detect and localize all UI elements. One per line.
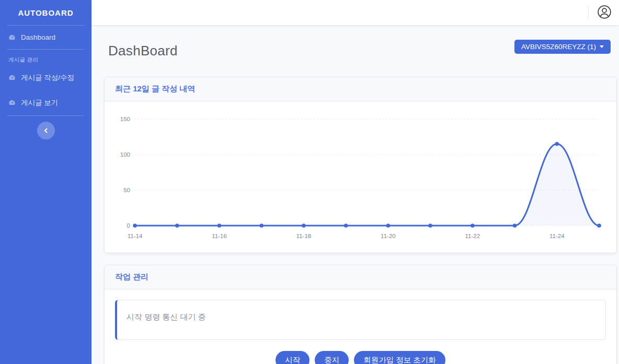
svg-text:150: 150 — [120, 116, 130, 122]
job-buttons-row: 시작 중지 회원가입 정보 초기화 — [115, 351, 606, 364]
start-button[interactable]: 시작 — [276, 351, 310, 364]
caret-down-icon — [600, 45, 604, 48]
sidebar-section-heading: 게시글 관리 — [0, 50, 91, 65]
sidebar-item-post-view[interactable]: 게시글 보기 — [0, 90, 91, 115]
chevron-left-icon — [43, 127, 49, 135]
topbar-divider — [588, 6, 589, 19]
sidebar-item-label: 게시글 보기 — [21, 98, 58, 108]
recent-posts-card-body: 05010015011-1411-1611-1811-2011-2211-24 — [105, 101, 616, 253]
svg-text:11-18: 11-18 — [296, 233, 312, 239]
sidebar-item-label: Dashboard — [21, 33, 55, 41]
account-dropdown-button[interactable]: AVBIVS5Z60REYZZ (1) — [514, 40, 611, 54]
brand-logo[interactable]: AUTOBOARD — [0, 0, 91, 25]
account-dropdown-label: AVBIVS5Z60REYZZ (1) — [521, 43, 596, 51]
sidebar-item-label: 게시글 작성/수정 — [21, 73, 74, 83]
svg-text:11-20: 11-20 — [381, 233, 396, 239]
svg-text:0: 0 — [127, 222, 130, 229]
page-content: DashBoard AVBIVS5Z60REYZZ (1) 최근 12일 글 작… — [91, 25, 619, 364]
svg-text:11-22: 11-22 — [465, 233, 480, 239]
svg-text:100: 100 — [120, 151, 130, 158]
tachometer-icon — [8, 74, 16, 81]
svg-text:11-14: 11-14 — [128, 233, 143, 239]
svg-text:50: 50 — [123, 187, 130, 193]
job-management-card-body: 시작 명령 통신 대기 중 시작 중지 회원가입 정보 초기화 — [105, 289, 616, 364]
tachometer-icon — [8, 34, 16, 41]
page-header-row: DashBoard AVBIVS5Z60REYZZ (1) — [108, 40, 611, 59]
app-window: AUTOBOARD Dashboard 게시글 관리 게시글 작성/수정 — [0, 0, 619, 364]
sidebar-collapse-row — [0, 116, 91, 145]
page-title: DashBoard — [108, 43, 178, 59]
svg-text:11-16: 11-16 — [212, 233, 227, 239]
tachometer-icon — [8, 99, 16, 107]
job-status-box: 시작 명령 통신 대기 중 — [115, 300, 606, 340]
stop-button[interactable]: 중지 — [315, 351, 349, 364]
topbar — [91, 0, 619, 25]
sidebar-item-post-edit[interactable]: 게시글 작성/수정 — [0, 65, 91, 90]
sidebar-collapse-button[interactable] — [37, 122, 55, 139]
recent-posts-card: 최근 12일 글 작성 내역 05010015011-1411-1611-181… — [104, 77, 617, 253]
job-status-text: 시작 명령 통신 대기 중 — [127, 312, 206, 321]
user-menu-button[interactable] — [597, 5, 612, 21]
posts-line-chart: 05010015011-1411-1611-1811-2011-2211-24 — [111, 109, 610, 248]
svg-text:11-24: 11-24 — [549, 233, 565, 239]
user-circle-icon — [597, 5, 612, 21]
job-management-card: 작업 관리 시작 명령 통신 대기 중 시작 중지 회원가입 정보 초기화 — [104, 265, 617, 364]
sidebar-item-dashboard[interactable]: Dashboard — [0, 26, 91, 49]
reset-signup-info-button[interactable]: 회원가입 정보 초기화 — [354, 351, 445, 364]
main-column: DashBoard AVBIVS5Z60REYZZ (1) 최근 12일 글 작… — [91, 0, 619, 364]
recent-posts-card-title: 최근 12일 글 작성 내역 — [105, 77, 616, 101]
sidebar: AUTOBOARD Dashboard 게시글 관리 게시글 작성/수정 — [0, 0, 91, 364]
job-management-card-title: 작업 관리 — [105, 265, 616, 289]
